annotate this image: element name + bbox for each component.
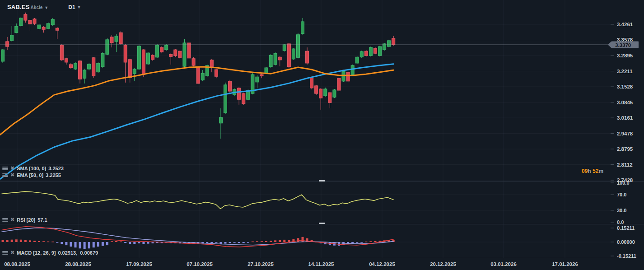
close-icon[interactable]: ✖ <box>10 217 14 222</box>
candle-body <box>346 72 350 81</box>
macd-histogram-bar <box>229 242 231 243</box>
candle-body <box>364 51 368 56</box>
candle-body <box>33 19 36 23</box>
macd-histogram-bar <box>279 240 281 242</box>
candle-body <box>79 61 82 79</box>
macd-histogram-bar <box>84 242 86 249</box>
indicator-settings-icon[interactable] <box>2 172 8 177</box>
macd-histogram-bar <box>152 242 154 243</box>
macd-histogram-bar <box>283 240 285 242</box>
candle-body <box>378 47 382 56</box>
candle-body <box>92 58 95 76</box>
candle-body <box>387 41 391 47</box>
indicator-settings-icon[interactable] <box>2 250 8 255</box>
candle-body <box>137 46 140 69</box>
candle-countdown-timer: 09h 52m <box>582 168 603 174</box>
candle-body <box>6 42 9 47</box>
candle-body <box>351 65 354 74</box>
candle-body <box>97 63 100 72</box>
candle-body <box>119 33 122 44</box>
candle-body <box>19 18 23 26</box>
macd-histogram-bar <box>365 242 367 242</box>
macd-histogram-bar <box>2 240 4 242</box>
macd-histogram-bar <box>51 242 54 242</box>
candle-body <box>229 81 232 91</box>
timeframe-label: D1 <box>68 4 75 10</box>
macd-histogram-bar <box>215 242 217 243</box>
macd-histogram-bar <box>24 240 27 242</box>
candle-body <box>315 86 318 93</box>
indicator-settings-icon[interactable] <box>2 217 8 222</box>
candle-body <box>106 40 109 54</box>
time-axis-scale-area[interactable] <box>0 258 644 270</box>
candle-body <box>201 73 204 80</box>
pane-resize-handle[interactable] <box>318 222 326 224</box>
symbol-selector[interactable]: SAB.ES Akcie ▼ <box>7 4 48 10</box>
macd-histogram-bar <box>93 242 95 247</box>
candle-body <box>74 63 77 69</box>
candle-body <box>224 85 227 113</box>
candle-body <box>242 93 245 104</box>
macd-histogram-bar <box>97 242 99 247</box>
candle-body <box>160 47 163 52</box>
macd-histogram-bar <box>256 241 258 242</box>
rsi-label: RSI [20] <box>17 217 35 223</box>
candle-body <box>260 74 263 76</box>
macd-histogram-bar <box>252 242 254 242</box>
candle-body <box>56 28 59 30</box>
candle-body <box>278 57 281 60</box>
price-axis-scale-area[interactable] <box>611 0 644 258</box>
candle-body <box>110 37 113 43</box>
close-icon[interactable]: ✖ <box>10 250 14 255</box>
candle-body <box>51 19 54 25</box>
candle-body <box>165 45 168 50</box>
macd-histogram-bar <box>111 241 113 242</box>
candle-body <box>128 60 131 78</box>
macd-histogram-bar <box>297 238 299 242</box>
macd-histogram-bar <box>369 241 372 242</box>
close-icon[interactable]: ✖ <box>10 172 14 177</box>
legend-sma: ✖ SMA [100, 0] 3.2523 <box>2 165 64 171</box>
macd-histogram-bar <box>302 237 304 242</box>
candle-body <box>24 14 27 20</box>
candle-body <box>60 45 63 60</box>
timeframe-selector[interactable]: D1 ▼ <box>51 4 81 10</box>
candle-body <box>142 50 145 74</box>
macd-histogram-bar <box>247 242 249 243</box>
candle-body <box>37 25 41 28</box>
chart-canvas[interactable]: 3.42613.35783.28953.22113.15283.08453.01… <box>0 0 644 270</box>
macd-value: 0.02913, 0.00679 <box>58 250 98 256</box>
candle-body <box>337 78 341 90</box>
candle-body <box>15 26 18 33</box>
ema-value: 3.2255 <box>46 172 61 178</box>
candle-body <box>88 64 91 69</box>
candle-body <box>146 53 149 64</box>
pane-resize-handle[interactable] <box>318 179 326 182</box>
candle-body <box>151 55 154 60</box>
close-icon[interactable]: ✖ <box>10 166 14 171</box>
macd-histogram-bar <box>61 242 63 244</box>
macd-histogram-bar <box>133 242 135 244</box>
candle-body <box>83 70 86 78</box>
macd-histogram-bar <box>115 241 117 242</box>
indicator-settings-icon[interactable] <box>2 166 8 171</box>
legend-macd: ✖ MACD [12, 26, 9] 0.02913, 0.00679 <box>2 250 98 256</box>
candle-body <box>215 70 218 76</box>
candle-body <box>301 22 304 34</box>
candle-body <box>292 49 295 59</box>
legend-ema: ✖ EMA [50, 0] 3.2255 <box>2 172 61 178</box>
macd-histogram-bar <box>224 242 227 244</box>
candle-body <box>296 35 299 58</box>
candle-body <box>306 51 309 63</box>
candle-body <box>192 59 195 65</box>
countdown-hours-unit: h <box>588 168 591 174</box>
candle-body <box>101 53 104 67</box>
macd-histogram-bar <box>129 242 131 244</box>
macd-histogram-bar <box>120 242 122 242</box>
macd-histogram-bar <box>238 242 240 243</box>
macd-histogram-bar <box>33 241 36 242</box>
candle-body <box>169 54 173 56</box>
macd-histogram-bar <box>233 242 236 243</box>
candle-body <box>174 50 177 56</box>
candle-body <box>124 45 127 62</box>
